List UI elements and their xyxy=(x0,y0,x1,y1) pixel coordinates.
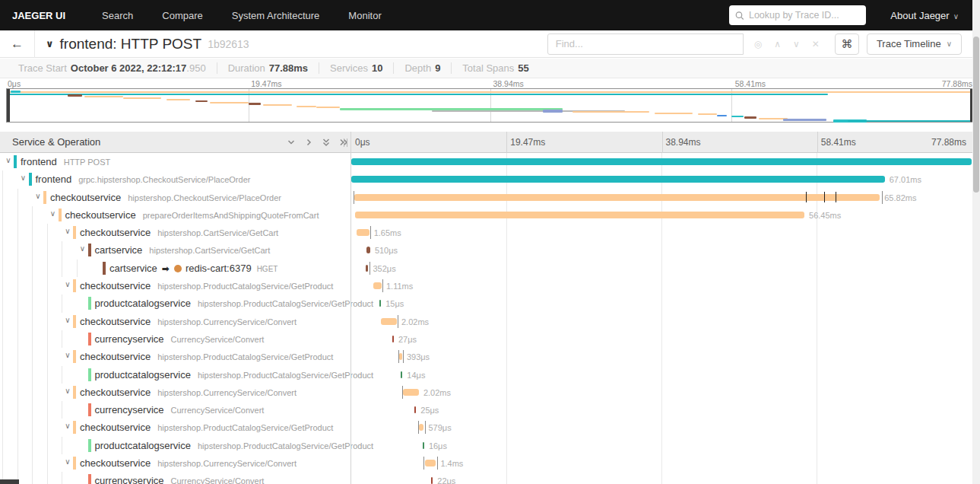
span-bar[interactable] xyxy=(355,212,804,218)
trace-view-selector[interactable]: Trace Timeline∨ xyxy=(867,33,962,55)
keyboard-shortcuts-button[interactable]: ⌘ xyxy=(835,33,859,55)
expand-chevron-icon[interactable]: ∨ xyxy=(62,351,73,359)
expand-one-icon[interactable] xyxy=(303,137,314,148)
span-row[interactable]: ∨checkoutservicehipstershop.CurrencyServ… xyxy=(0,313,972,330)
span-bar[interactable] xyxy=(431,477,433,484)
clear-find-icon[interactable]: ✕ xyxy=(812,39,820,49)
column-resize-handle[interactable] xyxy=(344,139,347,147)
span-bar[interactable] xyxy=(379,300,381,307)
horizontal-scrollbar-thumb[interactable] xyxy=(0,479,19,484)
span-row[interactable]: currencyserviceCurrencyService/Convert27… xyxy=(0,330,972,348)
expand-chevron-icon[interactable]: ∨ xyxy=(18,174,29,182)
span-log-tick[interactable] xyxy=(806,192,807,202)
span-row[interactable]: currencyserviceCurrencyService/Convert22… xyxy=(0,472,972,484)
span-boundary-tick xyxy=(398,315,398,328)
minimap-tick-label: 19.47ms xyxy=(251,79,281,88)
span-timeline-cell: 1.65ms xyxy=(351,224,972,241)
span-row[interactable]: productcatalogservicehipstershop.Product… xyxy=(0,295,972,312)
timeline-gridline xyxy=(661,472,662,484)
span-row[interactable]: cartservice➡redis-cart:6379HGET352μs xyxy=(0,260,972,277)
span-row[interactable]: currencyserviceCurrencyService/Convert25… xyxy=(0,401,972,419)
vertical-scrollbar-thumb[interactable] xyxy=(973,37,979,193)
indent-guide xyxy=(2,295,3,312)
collapse-one-icon[interactable] xyxy=(286,137,297,148)
operation-name: CurrencyService/Convert xyxy=(171,476,265,484)
nav-item-system-architecture[interactable]: System Architecture xyxy=(232,10,320,21)
expand-chevron-icon[interactable]: ∨ xyxy=(62,387,73,395)
expand-chevron-icon[interactable]: ∨ xyxy=(62,422,73,430)
span-timeline-cell: 1.4ms xyxy=(351,454,972,472)
expand-chevron-icon[interactable]: ∨ xyxy=(78,244,88,253)
span-log-tick[interactable] xyxy=(836,192,836,202)
span-bar[interactable] xyxy=(381,318,397,325)
operation-name: hipstershop.CurrencyService/Convert xyxy=(157,459,297,468)
span-log-tick[interactable] xyxy=(824,192,825,202)
indent-guide xyxy=(2,437,3,454)
span-bar[interactable] xyxy=(403,389,419,396)
operation-name: HGET xyxy=(257,265,278,273)
span-row[interactable]: ∨checkoutservicehipstershop.ProductCatal… xyxy=(0,277,972,295)
timeline-gridline xyxy=(661,224,662,241)
service-color-bar xyxy=(73,350,76,363)
app-logo[interactable]: JAEGER UI xyxy=(0,10,79,21)
trace-id-search[interactable] xyxy=(729,5,866,25)
indent-guide xyxy=(62,330,62,348)
span-bar[interactable] xyxy=(423,442,424,449)
span-bar[interactable] xyxy=(357,229,369,236)
span-row[interactable]: ∨checkoutservicehipstershop.CartService/… xyxy=(0,224,972,241)
minimap-span-segment xyxy=(11,91,21,93)
span-row[interactable]: ∨checkoutservicehipstershop.ProductCatal… xyxy=(0,348,972,365)
axis-gridline xyxy=(662,132,663,153)
indent-guide xyxy=(2,348,3,365)
span-row[interactable]: ∨cartservicehipstershop.CartService/GetC… xyxy=(0,241,972,259)
span-bar[interactable] xyxy=(351,176,885,183)
indent-guide xyxy=(32,472,33,484)
trace-id-input[interactable] xyxy=(749,10,860,21)
span-bar[interactable] xyxy=(351,158,972,165)
timeline-gridline xyxy=(817,224,817,241)
nav-item-compare[interactable]: Compare xyxy=(162,10,202,21)
back-button[interactable]: ← xyxy=(0,30,35,58)
span-bar[interactable] xyxy=(425,460,436,466)
span-row[interactable]: ∨frontendgrpc.hipstershop.CheckoutServic… xyxy=(0,170,972,188)
collapse-trace-chevron-icon[interactable]: ∨ xyxy=(46,38,54,49)
expand-chevron-icon[interactable]: ∨ xyxy=(62,227,73,235)
span-bar[interactable] xyxy=(354,194,880,201)
span-bar[interactable] xyxy=(366,247,370,253)
expand-chevron-icon[interactable]: ∨ xyxy=(62,280,73,288)
span-bar[interactable] xyxy=(399,353,402,360)
next-match-icon[interactable]: ∨ xyxy=(793,39,800,49)
span-bar[interactable] xyxy=(414,406,416,413)
span-row[interactable]: ∨checkoutservicehipstershop.CheckoutServ… xyxy=(0,189,972,206)
expand-chevron-icon[interactable]: ∨ xyxy=(48,209,59,218)
about-jaeger-menu[interactable]: About Jaeger∨ xyxy=(890,10,959,21)
span-row[interactable]: productcatalogservicehipstershop.Product… xyxy=(0,366,972,384)
span-row[interactable]: ∨checkoutservicehipstershop.ProductCatal… xyxy=(0,419,972,436)
span-row[interactable]: ∨checkoutservicehipstershop.CurrencyServ… xyxy=(0,384,972,401)
viewport-left-handle[interactable] xyxy=(7,89,10,122)
span-bar[interactable] xyxy=(419,424,423,431)
span-row[interactable]: ∨checkoutservicehipstershop.CurrencyServ… xyxy=(0,454,972,472)
span-bar[interactable] xyxy=(366,265,369,272)
find-input[interactable] xyxy=(556,38,735,49)
span-bar[interactable] xyxy=(373,282,382,289)
expand-chevron-icon[interactable]: ∨ xyxy=(33,192,43,200)
nav-item-monitor[interactable]: Monitor xyxy=(348,10,381,21)
expand-chevron-icon[interactable]: ∨ xyxy=(3,156,14,164)
nav-item-search[interactable]: Search xyxy=(102,10,133,21)
minimap-span-segment xyxy=(543,110,562,113)
span-bar[interactable] xyxy=(401,371,402,378)
timeline-gridline xyxy=(817,260,817,277)
minimap-canvas[interactable] xyxy=(6,88,974,123)
span-row[interactable]: productcatalogservicehipstershop.Product… xyxy=(0,437,972,454)
expand-chevron-icon[interactable]: ∨ xyxy=(62,457,73,466)
indent-guide xyxy=(47,437,48,454)
expand-chevron-icon[interactable]: ∨ xyxy=(62,316,73,324)
collapse-all-icon[interactable] xyxy=(321,137,331,148)
find-input-box[interactable] xyxy=(547,33,744,55)
focus-match-icon[interactable]: ◎ xyxy=(754,39,762,49)
span-row[interactable]: ∨checkoutserviceprepareOrderItemsAndShip… xyxy=(0,206,972,224)
span-row[interactable]: ∨frontendHTTP POST xyxy=(0,153,972,170)
prev-match-icon[interactable]: ∧ xyxy=(774,39,781,49)
span-bar[interactable] xyxy=(392,336,394,342)
